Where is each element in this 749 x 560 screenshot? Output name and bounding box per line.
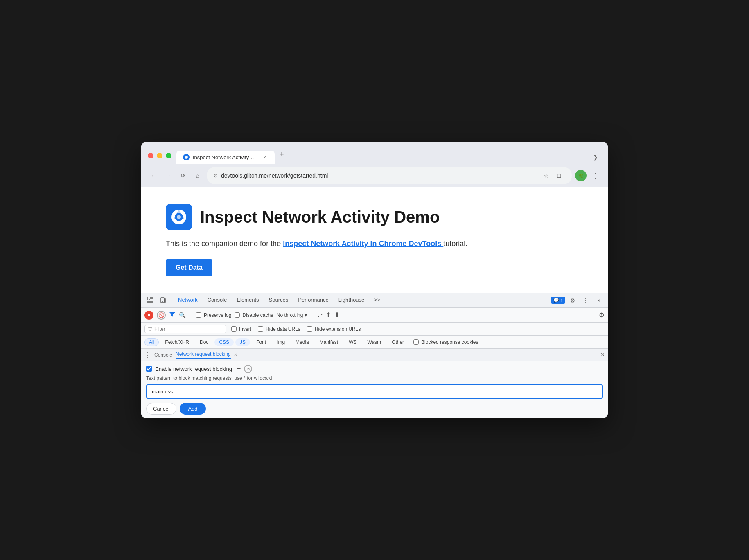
bookmark-button[interactable]: ☆: [540, 170, 552, 181]
hide-data-urls-checkbox[interactable]: [258, 326, 263, 332]
blocking-add-button[interactable]: Add: [180, 403, 205, 415]
url-bar[interactable]: ⊙ devtools.glitch.me/network/getstarted.…: [207, 167, 572, 184]
type-filter-wasm[interactable]: Wasm: [363, 338, 386, 346]
network-request-blocking-tab[interactable]: Network request blocking: [176, 351, 231, 359]
hide-data-urls-label[interactable]: Hide data URLs: [258, 326, 300, 332]
preserve-log-text: Preserve log: [204, 312, 231, 318]
devtools-tab-sources-label: Sources: [269, 297, 289, 303]
disable-cache-checkbox[interactable]: [235, 312, 240, 318]
type-filter-img[interactable]: Img: [272, 338, 289, 346]
blocked-response-checkbox[interactable]: [413, 339, 419, 345]
type-filter-doc[interactable]: Doc: [195, 338, 213, 346]
devtools-main-toolbar: Network Console Elements Sources Perform…: [141, 293, 608, 308]
devtools-tab-elements[interactable]: Elements: [232, 293, 264, 307]
toolbar-separator-1: [191, 311, 191, 319]
devtools-tab-more[interactable]: >>: [369, 293, 385, 307]
clear-button[interactable]: 🚫: [157, 311, 166, 320]
drawer-close-button[interactable]: ×: [601, 351, 605, 359]
page-logo: [166, 204, 192, 230]
extensions-button[interactable]: ⊡: [553, 170, 565, 181]
maximize-traffic-light[interactable]: [166, 153, 171, 158]
hide-ext-urls-label[interactable]: Hide extension URLs: [307, 326, 361, 332]
type-filter-css[interactable]: CSS: [214, 338, 234, 346]
devtools-right-buttons: 💬 1 ⚙ ⋮ ×: [551, 295, 605, 306]
record-stop-button[interactable]: ■: [144, 311, 153, 320]
type-filter-media[interactable]: Media: [291, 338, 314, 346]
filter-button[interactable]: [169, 311, 176, 319]
notification-count: 1: [560, 298, 563, 303]
page-description: This is the companion demo for the Inspe…: [166, 238, 583, 249]
invert-checkbox[interactable]: [231, 326, 237, 332]
title-bar: Inspect Network Activity Dem × + ❯: [141, 142, 608, 164]
minimize-traffic-light[interactable]: [157, 153, 162, 158]
blocking-cancel-button[interactable]: Cancel: [146, 403, 176, 415]
back-button[interactable]: ←: [148, 170, 159, 181]
tab-close-button[interactable]: ×: [262, 154, 268, 160]
hide-ext-urls-checkbox[interactable]: [307, 326, 312, 332]
blocking-tab-close-button[interactable]: ×: [234, 352, 237, 358]
devtools-tab-sources[interactable]: Sources: [264, 293, 293, 307]
notification-icon: 💬: [553, 298, 559, 303]
blocked-response-label[interactable]: Blocked response cookies: [413, 339, 478, 345]
blocking-header: Enable network request blocking + ⊘: [146, 365, 603, 373]
devtools-settings-button[interactable]: ⚙: [567, 295, 578, 306]
filter-input[interactable]: [154, 326, 216, 332]
console-panel-header: ⋮ Console Network request blocking × ×: [141, 349, 608, 361]
disable-cache-label[interactable]: Disable cache: [235, 312, 273, 318]
browser-tab-active[interactable]: Inspect Network Activity Dem ×: [176, 151, 275, 164]
upload-button[interactable]: ⬆: [326, 311, 331, 319]
type-filter-manifest[interactable]: Manifest: [315, 338, 343, 346]
type-filter-js[interactable]: JS: [235, 338, 250, 346]
new-tab-button[interactable]: +: [276, 147, 287, 162]
network-toolbar: ■ 🚫 🔍 Preserve log Disable cache No: [141, 308, 608, 323]
blocking-add-pattern-button[interactable]: +: [237, 365, 241, 373]
devtools-tab-performance[interactable]: Performance: [293, 293, 333, 307]
enable-blocking-checkbox[interactable]: [146, 366, 152, 372]
preserve-log-checkbox[interactable]: [196, 312, 201, 318]
profile-button[interactable]: 🌿: [575, 170, 587, 181]
devtools-tab-network[interactable]: Network: [173, 293, 203, 307]
svg-rect-8: [147, 298, 150, 300]
close-traffic-light[interactable]: [148, 153, 153, 158]
type-filter-all[interactable]: All: [144, 338, 159, 346]
traffic-lights: [148, 153, 171, 158]
devtools-tab-lighthouse[interactable]: Lighthouse: [334, 293, 370, 307]
enable-blocking-label: Enable network request blocking: [155, 366, 232, 372]
filter-bar: ▽ Invert Hide data URLs Hide extension U…: [141, 323, 608, 336]
home-button[interactable]: ⌂: [192, 170, 203, 181]
devtools-link[interactable]: Inspect Network Activity In Chrome DevTo…: [283, 239, 443, 248]
reload-button[interactable]: ↺: [177, 170, 189, 181]
forward-button[interactable]: →: [162, 170, 174, 181]
forward-icon: →: [165, 172, 171, 179]
wifi-button[interactable]: ⇌: [317, 311, 323, 319]
type-filter-other[interactable]: Other: [387, 338, 408, 346]
devtools-tab-console[interactable]: Console: [203, 293, 232, 307]
url-actions: ☆ ⊡: [540, 170, 565, 181]
type-filter-fetch-xhr[interactable]: Fetch/XHR: [160, 338, 194, 346]
devtools-notification-badge[interactable]: 💬 1: [551, 297, 565, 304]
filter-input-wrap: ▽: [144, 325, 226, 333]
devtools-inspect-button[interactable]: [144, 295, 156, 306]
search-button[interactable]: 🔍: [179, 312, 186, 318]
network-settings-button[interactable]: ⚙: [599, 311, 605, 319]
type-filter-ws[interactable]: WS: [344, 338, 361, 346]
url-input[interactable]: devtools.glitch.me/network/getstarted.ht…: [221, 172, 537, 179]
download-button[interactable]: ⬇: [334, 311, 340, 319]
devtools-device-button[interactable]: [158, 295, 169, 306]
get-data-button[interactable]: Get Data: [166, 259, 212, 276]
devtools-close-button[interactable]: ×: [593, 295, 605, 306]
preserve-log-label[interactable]: Preserve log: [196, 312, 231, 318]
throttle-selector[interactable]: No throttling ▾: [277, 312, 307, 318]
panel-options-button[interactable]: ⋮: [144, 351, 151, 359]
page-desc-before: This is the companion demo for the: [166, 239, 283, 248]
blocking-clear-button[interactable]: ⊘: [244, 365, 252, 373]
console-tab[interactable]: Console: [154, 352, 172, 358]
tab-title: Inspect Network Activity Dem: [193, 154, 258, 160]
blocking-pattern-input[interactable]: [146, 384, 603, 399]
tab-list-button[interactable]: ❯: [593, 154, 598, 160]
invert-label[interactable]: Invert: [231, 326, 251, 332]
devtools-more-button[interactable]: ⋮: [580, 295, 591, 306]
type-filter-font[interactable]: Font: [252, 338, 271, 346]
browser-more-button[interactable]: ⋮: [590, 170, 601, 181]
devtools-left-buttons: [144, 295, 169, 306]
